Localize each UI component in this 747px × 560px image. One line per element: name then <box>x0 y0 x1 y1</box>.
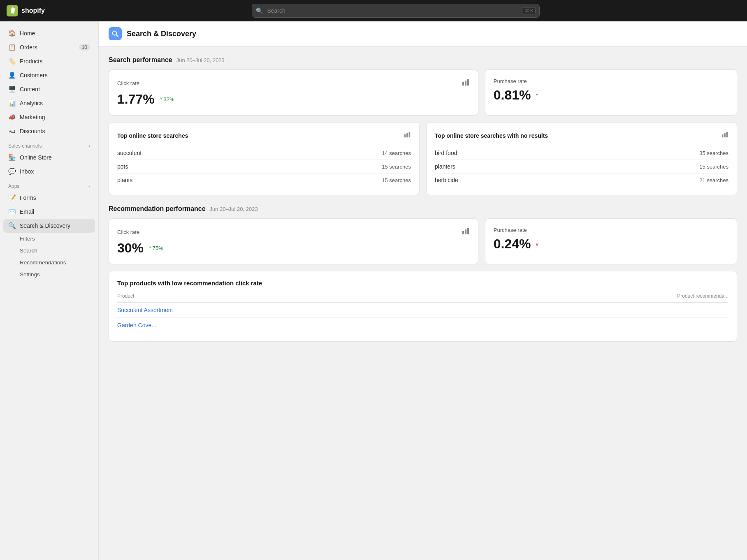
page-title: Search & Discovery <box>127 30 196 38</box>
search-row-1: pots 15 searches <box>117 160 411 173</box>
noresult-row-1: planters 15 searches <box>435 160 728 173</box>
recommendation-col-header: Product recommenda... <box>677 293 728 299</box>
noresult-count-1: 15 searches <box>699 164 728 170</box>
search-label: Search <box>20 248 37 254</box>
sidebar-item-label: Orders <box>20 44 37 51</box>
noresult-row-0: bird food 35 searches <box>435 146 728 160</box>
sidebar-item-label: Customers <box>20 72 48 79</box>
sidebar-item-home[interactable]: 🏠 Home <box>3 26 95 40</box>
product-link-1[interactable]: Garden Cove... <box>117 322 156 329</box>
click-rate-label-row: Click rate <box>117 78 470 88</box>
rec-purchase-rate-card: Purchase rate 0.24% v <box>485 218 737 264</box>
top-searches-card: Top online store searches succulent <box>109 122 420 195</box>
product-link-0[interactable]: Succulent Assortment <box>117 307 173 313</box>
filters-label: Filters <box>20 236 35 242</box>
search-metrics-row: Click rate 1.77% ^ 32% <box>109 69 737 116</box>
svg-rect-8 <box>722 134 724 137</box>
sales-channels-expand[interactable]: › <box>88 143 90 149</box>
rec-purchase-rate-change: v <box>536 241 539 247</box>
search-tables-row: Top online store searches succulent <box>109 122 737 195</box>
search-performance-title: Search performance <box>109 56 172 64</box>
sidebar-item-discounts[interactable]: 🏷 Discounts <box>3 124 95 138</box>
bar-chart-icon[interactable] <box>462 78 470 88</box>
svg-rect-3 <box>465 81 466 86</box>
sidebar-item-marketing[interactable]: 📣 Marketing <box>3 110 95 124</box>
forms-icon: 📝 <box>8 194 16 201</box>
svg-rect-2 <box>462 82 464 86</box>
search-performance-date: Jun 20–Jul 20, 2023 <box>176 57 225 63</box>
noresult-term-0: bird food <box>435 150 457 156</box>
sales-channels-label: Sales channels <box>8 143 42 149</box>
svg-rect-11 <box>462 231 464 234</box>
rec-click-rate-change: ^ 75% <box>148 245 163 251</box>
click-rate-value-row: 1.77% ^ 32% <box>117 92 470 107</box>
recommendation-performance-title: Recommendation performance <box>109 205 206 213</box>
bar-chart-icon-4[interactable] <box>462 227 470 237</box>
sidebar-item-label: Home <box>20 30 35 37</box>
recommendation-performance-header: Recommendation performance Jun 20–Jul 20… <box>109 205 737 213</box>
sidebar-sub-recommendations[interactable]: Recommendations <box>3 257 95 268</box>
sidebar-sub-settings[interactable]: Settings <box>3 268 95 280</box>
sidebar-item-email[interactable]: ✉️ Email <box>3 205 95 219</box>
rec-click-rate-value-row: 30% ^ 75% <box>117 241 470 256</box>
sidebar-item-products[interactable]: 🏷️ Products <box>3 54 95 68</box>
page-header: Search & Discovery <box>99 21 747 46</box>
product-row-1: Garden Cove... <box>117 318 728 333</box>
purchase-rate-change: ^ <box>536 92 538 98</box>
analytics-icon: 📊 <box>8 100 16 107</box>
sidebar: 🏠 Home 📋 Orders 10 🏷️ Products 👤 Custome… <box>0 21 99 560</box>
purchase-rate-value: 0.81% <box>494 88 531 103</box>
product-row-0: Succulent Assortment <box>117 303 728 318</box>
noresult-count-0: 35 searches <box>699 150 728 156</box>
recommendation-performance-date: Jun 20–Jul 20, 2023 <box>210 206 258 212</box>
sidebar-item-label: Inbox <box>20 168 34 175</box>
rec-purchase-rate-value-row: 0.24% v <box>494 236 728 252</box>
sidebar-item-forms[interactable]: 📝 Forms <box>3 191 95 205</box>
sidebar-item-label: Marketing <box>20 114 45 120</box>
shopify-logo[interactable]: shopify <box>7 5 45 16</box>
bar-chart-icon-2[interactable] <box>404 131 411 140</box>
sidebar-item-inbox[interactable]: 💬 Inbox <box>3 164 95 178</box>
main-layout: 🏠 Home 📋 Orders 10 🏷️ Products 👤 Custome… <box>0 21 747 560</box>
search-click-rate-card: Click rate 1.77% ^ 32% <box>109 69 478 116</box>
topbar: shopify 🔍 ⌘ K <box>0 0 747 21</box>
sidebar-item-label: Content <box>20 86 40 93</box>
search-term-1: pots <box>117 163 128 170</box>
recommendations-label: Recommendations <box>20 259 66 266</box>
search-performance-section: Search performance Jun 20–Jul 20, 2023 C… <box>109 56 737 195</box>
rec-click-rate-label-row: Click rate <box>117 227 470 237</box>
sidebar-item-online-store[interactable]: 🏪 Online Store <box>3 150 95 164</box>
rec-purchase-rate-label-row: Purchase rate <box>494 227 728 233</box>
sidebar-item-analytics[interactable]: 📊 Analytics <box>3 96 95 110</box>
sidebar-item-search-discovery[interactable]: 🔍 Search & Discovery <box>3 219 95 233</box>
sidebar-item-label: Discounts <box>20 128 45 134</box>
svg-line-1 <box>116 35 118 37</box>
purchase-rate-label: Purchase rate <box>494 78 527 84</box>
orders-icon: 📋 <box>8 44 16 51</box>
bar-chart-icon-3[interactable] <box>721 131 728 140</box>
content-area: Search performance Jun 20–Jul 20, 2023 C… <box>99 46 747 361</box>
sidebar-item-orders[interactable]: 📋 Orders 10 <box>3 40 95 54</box>
click-rate-change: ^ 32% <box>160 96 174 102</box>
sidebar-item-label: Search & Discovery <box>20 222 70 229</box>
topbar-search-input[interactable] <box>252 4 540 18</box>
search-purchase-rate-card: Purchase rate 0.81% ^ <box>485 69 737 116</box>
sidebar-item-label: Analytics <box>20 100 43 106</box>
rec-click-rate-label: Click rate <box>117 229 139 235</box>
online-store-icon: 🏪 <box>8 154 16 161</box>
marketing-icon: 📣 <box>8 113 16 121</box>
rec-purchase-rate-label: Purchase rate <box>494 227 527 233</box>
sidebar-sub-search[interactable]: Search <box>3 245 95 257</box>
no-results-header: Top online store searches with no result… <box>435 131 728 140</box>
sidebar-item-content[interactable]: 🖥️ Content <box>3 82 95 96</box>
product-col-header: Product <box>117 293 134 299</box>
sidebar-sub-filters[interactable]: Filters <box>3 233 95 245</box>
search-term-2: plants <box>117 177 132 183</box>
click-rate-label: Click rate <box>117 80 139 86</box>
recommendation-metrics-row: Click rate 30% ^ 75% <box>109 218 737 264</box>
low-click-rate-card: Top products with low recommendation cli… <box>109 271 737 342</box>
sidebar-item-customers[interactable]: 👤 Customers <box>3 68 95 82</box>
noresult-term-2: herbicide <box>435 177 458 183</box>
apps-expand[interactable]: › <box>88 183 90 189</box>
search-count-0: 14 searches <box>382 150 411 156</box>
